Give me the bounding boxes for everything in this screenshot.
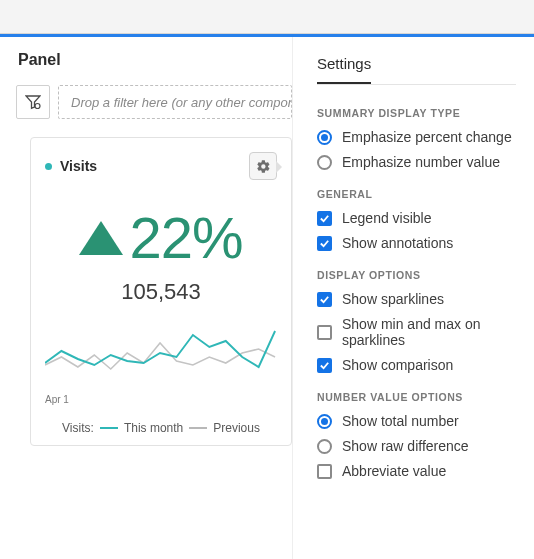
option-label: Show sparklines [342, 291, 444, 307]
radio-icon [317, 130, 332, 145]
legend: Visits: This month Previous [45, 421, 277, 435]
section-display-title: DISPLAY OPTIONS [317, 269, 516, 281]
option-label: Abbreviate value [342, 463, 446, 479]
sparkline-chart: Apr 1 [45, 323, 277, 405]
legend-previous-label: Previous [213, 421, 260, 435]
checkbox-abbreviate[interactable]: Abbreviate value [317, 463, 516, 479]
option-label: Show raw difference [342, 438, 469, 454]
summary-card: Visits 22% 105,543 Apr 1 [30, 137, 292, 446]
option-label: Show annotations [342, 235, 453, 251]
section-summary-title: SUMMARY DISPLAY TYPE [317, 107, 516, 119]
checkbox-show-comparison[interactable]: Show comparison [317, 357, 516, 373]
total-number: 105,543 [45, 279, 277, 305]
section-number-title: NUMBER VALUE OPTIONS [317, 391, 516, 403]
checkbox-icon [317, 358, 332, 373]
checkbox-icon [317, 464, 332, 479]
filter-icon [25, 94, 41, 110]
legend-swatch-previous-icon [189, 427, 207, 429]
radio-show-raw-diff[interactable]: Show raw difference [317, 438, 516, 454]
checkbox-show-minmax[interactable]: Show min and max on sparklines [317, 316, 516, 348]
panel-title: Panel [18, 51, 292, 69]
radio-show-total[interactable]: Show total number [317, 413, 516, 429]
checkbox-show-sparklines[interactable]: Show sparklines [317, 291, 516, 307]
top-toolbar [0, 0, 534, 34]
card-title: Visits [60, 158, 97, 174]
radio-icon [317, 439, 332, 454]
radio-emphasize-percent[interactable]: Emphasize percent change [317, 129, 516, 145]
option-label: Show comparison [342, 357, 453, 373]
filter-button[interactable] [16, 85, 50, 119]
legend-current-label: This month [124, 421, 183, 435]
checkbox-legend-visible[interactable]: Legend visible [317, 210, 516, 226]
filter-dropzone[interactable]: Drop a filter here (or any other compone [58, 85, 292, 119]
legend-swatch-current-icon [100, 427, 118, 429]
radio-icon [317, 414, 332, 429]
legend-prefix: Visits: [62, 421, 94, 435]
percent-value: 22% [129, 204, 242, 271]
checkbox-show-annotations[interactable]: Show annotations [317, 235, 516, 251]
settings-button[interactable] [249, 152, 277, 180]
option-label: Show total number [342, 413, 459, 429]
radio-icon [317, 155, 332, 170]
checkbox-icon [317, 211, 332, 226]
tab-settings[interactable]: Settings [317, 55, 371, 84]
checkbox-icon [317, 292, 332, 307]
flyout-arrow-icon [276, 161, 282, 173]
svg-point-0 [35, 104, 40, 109]
option-label: Show min and max on sparklines [342, 316, 516, 348]
option-label: Emphasize number value [342, 154, 500, 170]
radio-emphasize-number[interactable]: Emphasize number value [317, 154, 516, 170]
checkbox-icon [317, 325, 332, 340]
option-label: Emphasize percent change [342, 129, 512, 145]
series-dot-icon [45, 163, 52, 170]
gear-icon [256, 159, 271, 174]
sparkline-current [45, 331, 275, 367]
checkbox-icon [317, 236, 332, 251]
section-general-title: GENERAL [317, 188, 516, 200]
x-axis-label: Apr 1 [45, 394, 69, 405]
option-label: Legend visible [342, 210, 432, 226]
settings-panel: Settings SUMMARY DISPLAY TYPE Emphasize … [292, 37, 534, 559]
percent-change: 22% [45, 204, 277, 271]
up-triangle-icon [79, 221, 123, 255]
